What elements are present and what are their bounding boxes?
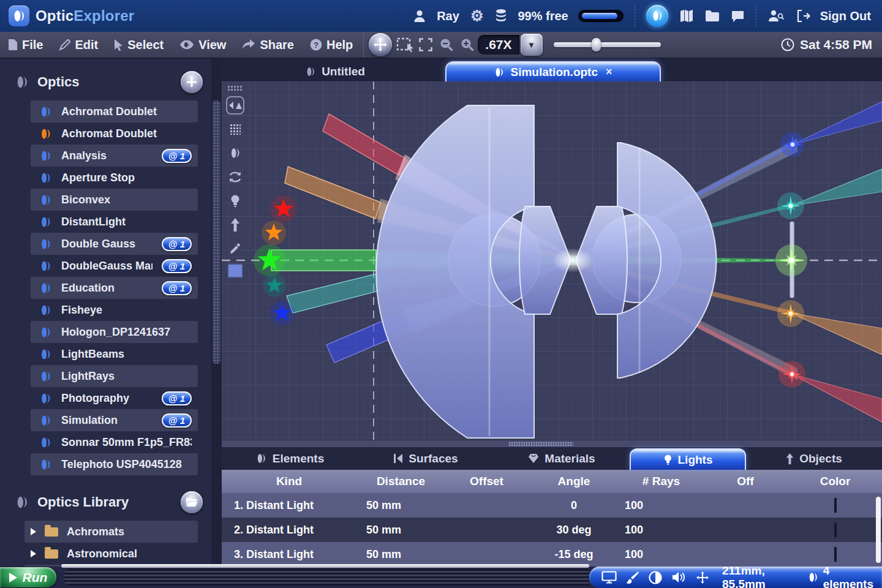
light-row[interactable]: 1. Distant Light50 mm0100 bbox=[222, 493, 882, 518]
signout-label: Sign Out bbox=[820, 9, 871, 23]
canvas-hscrollbar[interactable] bbox=[222, 440, 882, 447]
light-color-swatch[interactable] bbox=[834, 547, 837, 562]
signout-icon bbox=[796, 9, 810, 23]
grid-select-tool[interactable] bbox=[226, 120, 244, 138]
canvas-hscrollbar-thumb[interactable] bbox=[508, 442, 573, 447]
optics-item[interactable]: Achromat Doublet bbox=[31, 100, 198, 123]
expand-arrow-icon[interactable] bbox=[31, 550, 36, 557]
sidebar-scrollbar[interactable] bbox=[211, 59, 222, 567]
tab-untitled[interactable]: Untitled bbox=[265, 61, 405, 81]
eyedropper-tool[interactable] bbox=[226, 239, 244, 258]
tab-surfaces[interactable]: Surfaces bbox=[358, 447, 494, 470]
optics-item[interactable]: Simulation@ 1 bbox=[31, 409, 198, 431]
cell-rays: 100 bbox=[620, 548, 703, 561]
contrast-icon[interactable] bbox=[649, 571, 662, 584]
bottom-grip[interactable] bbox=[64, 569, 589, 586]
optics-item[interactable]: LightRays bbox=[31, 365, 198, 387]
color-swatch[interactable] bbox=[227, 263, 243, 278]
col-off: Off bbox=[703, 475, 788, 488]
menu-view[interactable]: View bbox=[172, 32, 234, 58]
optics-item[interactable]: Education@ 1 bbox=[31, 277, 198, 299]
zoom-slider[interactable] bbox=[554, 42, 661, 47]
light-tool[interactable] bbox=[226, 192, 244, 210]
tab-lights[interactable]: Lights bbox=[630, 448, 746, 470]
light-row[interactable]: 3. Distant Light50 mm-15 deg100 bbox=[222, 542, 882, 567]
zoom-in-tool[interactable] bbox=[457, 34, 478, 55]
tab-simulation[interactable]: Simulation.optc × bbox=[445, 61, 661, 81]
light-color-swatch[interactable] bbox=[834, 498, 837, 513]
tab-objects[interactable]: Objects bbox=[746, 447, 882, 470]
optics-item[interactable]: Double Gauss@ 1 bbox=[31, 233, 198, 255]
zoom-out-tool[interactable] bbox=[436, 34, 457, 55]
toolbar-grip[interactable] bbox=[227, 85, 243, 91]
lens-icon bbox=[39, 238, 52, 251]
optics-item[interactable]: LightBeams bbox=[31, 343, 198, 365]
optics-item[interactable]: Achromat Doublet bbox=[31, 123, 198, 145]
user-menu[interactable]: Ray bbox=[412, 9, 459, 23]
optics-item[interactable]: Hologon_DP1241637 bbox=[31, 321, 198, 343]
sidebar-scrollbar-thumb[interactable] bbox=[213, 100, 221, 364]
menu-share[interactable]: Share bbox=[234, 32, 302, 58]
optics-item[interactable]: Telephoto USP4045128 bbox=[31, 453, 198, 475]
arrow-up-tool[interactable] bbox=[226, 216, 244, 234]
signout-button[interactable]: Sign Out bbox=[796, 9, 871, 23]
optics-item[interactable]: Sonnar 50mm F1p5_FR83. bbox=[31, 431, 198, 453]
flip-tool-button[interactable] bbox=[226, 96, 244, 115]
refresh-tool[interactable] bbox=[226, 168, 244, 186]
lens-tool[interactable] bbox=[226, 144, 244, 162]
zoom-slider-thumb[interactable] bbox=[592, 38, 601, 51]
optics-item[interactable]: Photography@ 1 bbox=[31, 387, 198, 409]
zoom-dropdown-button[interactable]: ▼ bbox=[521, 34, 543, 56]
tab-simulation-label: Simulation.optc bbox=[510, 66, 598, 79]
folder-icon[interactable] bbox=[705, 10, 720, 22]
brush-icon[interactable] bbox=[626, 571, 639, 584]
lens-icon bbox=[255, 453, 267, 464]
add-optic-button[interactable] bbox=[181, 71, 203, 93]
optics-item[interactable]: DoubleGauss Mandl.@ 1 bbox=[31, 255, 198, 277]
lens-icon bbox=[39, 105, 52, 118]
fullscreen-tool[interactable] bbox=[415, 34, 436, 55]
table-scrollbar-thumb[interactable] bbox=[876, 497, 881, 563]
zoom-level-display[interactable]: .67X bbox=[478, 35, 519, 55]
optics-item[interactable]: Fisheye bbox=[31, 299, 198, 321]
marquee-select-tool[interactable] bbox=[394, 34, 415, 55]
user-search-icon[interactable] bbox=[767, 9, 785, 23]
display-icon[interactable] bbox=[601, 571, 617, 584]
menu-select[interactable]: Select bbox=[106, 32, 172, 58]
app-title: OpticExplorer bbox=[36, 7, 134, 24]
optics-library-header: Optics Library bbox=[0, 475, 211, 521]
tab-materials[interactable]: Materials bbox=[494, 447, 630, 470]
simulation-canvas[interactable] bbox=[222, 81, 882, 447]
menu-edit[interactable]: Edit bbox=[51, 32, 106, 58]
menu-file[interactable]: File bbox=[0, 32, 51, 58]
cell-distance: 50 mm bbox=[356, 548, 445, 561]
speaker-icon[interactable] bbox=[671, 571, 687, 584]
library-folder-item[interactable]: Achromats bbox=[24, 521, 198, 543]
clock-text: Sat 4:58 PM bbox=[800, 37, 872, 52]
lens-tool-button[interactable] bbox=[646, 5, 668, 27]
chat-icon[interactable] bbox=[731, 10, 745, 23]
open-library-button[interactable] bbox=[181, 491, 203, 513]
tab-elements[interactable]: Elements bbox=[222, 447, 358, 470]
tab-close-icon[interactable]: × bbox=[606, 66, 612, 78]
optics-item[interactable]: Analysis@ 1 bbox=[31, 145, 198, 167]
expand-arrow-icon[interactable] bbox=[31, 528, 36, 535]
divider bbox=[756, 6, 756, 26]
optics-library-header-label: Optics Library bbox=[37, 494, 173, 510]
canvas-toolbar bbox=[224, 83, 246, 281]
run-button[interactable]: Run bbox=[0, 567, 56, 587]
menu-help[interactable]: ? Help bbox=[302, 32, 361, 58]
map-icon[interactable] bbox=[679, 9, 694, 23]
optics-item[interactable]: DistantLight bbox=[31, 211, 198, 233]
menu-share-label: Share bbox=[260, 38, 294, 52]
light-row[interactable]: 2. Distant Light50 mm30 deg100 bbox=[222, 518, 882, 542]
move-icon[interactable] bbox=[696, 571, 709, 584]
bottom-hscrollbar[interactable] bbox=[61, 564, 589, 568]
library-folder-item[interactable]: Astronomical bbox=[24, 543, 198, 565]
optics-item[interactable]: Aperture Stop bbox=[31, 167, 198, 189]
gear-icon[interactable]: ⚙ bbox=[470, 7, 484, 24]
link-count-badge: @ 1 bbox=[162, 281, 192, 295]
move-tool-button[interactable] bbox=[369, 33, 392, 56]
optics-item[interactable]: Biconvex bbox=[31, 189, 198, 211]
light-color-swatch[interactable] bbox=[834, 522, 837, 537]
